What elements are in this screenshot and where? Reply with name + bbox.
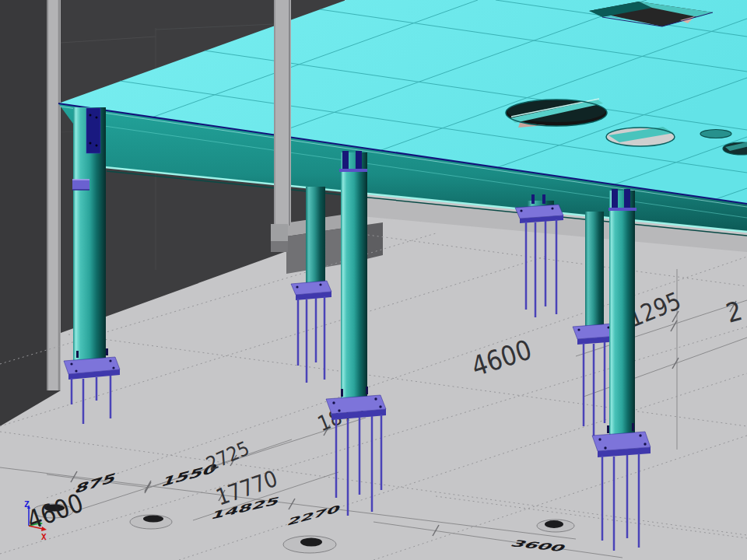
axis-label-x: X xyxy=(41,532,47,542)
column-side-bracket xyxy=(72,180,89,190)
column-end-plate xyxy=(86,108,100,153)
slab-opening-round-small xyxy=(700,130,731,138)
model-viewport[interactable]: 875 1550 2725 17770 14825 2270 3600 1875… xyxy=(0,0,747,560)
slab-opening-round-medium xyxy=(606,127,675,146)
